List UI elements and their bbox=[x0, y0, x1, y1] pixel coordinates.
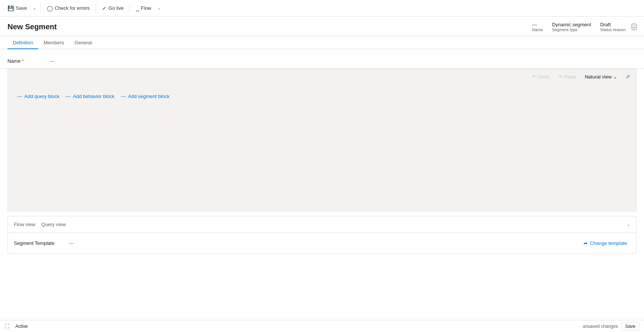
bottom-panel-header[interactable]: Flow view Query view ⌄ bbox=[8, 216, 636, 233]
go-live-label: Go live bbox=[109, 5, 124, 11]
unsaved-changes-text: unsaved changes bbox=[583, 324, 618, 329]
block-buttons: ⸻ Add query block ⸻ Add behavior block ⸻… bbox=[17, 92, 627, 101]
bottom-section: Flow view Query view ⌄ Segment Template … bbox=[8, 216, 636, 254]
flow-dropdown-button[interactable]: ⌄ bbox=[156, 4, 162, 12]
segment-template-label: Segment Template bbox=[14, 240, 63, 246]
flow-button[interactable]: ⎯ Flow bbox=[133, 3, 154, 14]
flow-icon: ⎯ bbox=[136, 5, 139, 11]
divider2 bbox=[96, 4, 96, 13]
save-button[interactable]: 💾 Save bbox=[5, 3, 30, 14]
status-text: Active bbox=[15, 324, 28, 329]
content-wrapper: Name * --- ↶ Undo ↷ Redo Natural view bbox=[0, 49, 644, 258]
tab-definition[interactable]: Definition bbox=[8, 36, 38, 49]
flow-view-tab[interactable]: Flow view bbox=[14, 221, 35, 228]
save-label: Save bbox=[16, 5, 27, 11]
status-reason-dropdown-button[interactable]: ⌄ bbox=[632, 24, 636, 30]
add-query-icon: ⸻ bbox=[17, 93, 22, 99]
redo-button[interactable]: ↷ Redo bbox=[556, 72, 578, 81]
tabs: Definition Members General bbox=[0, 36, 644, 49]
required-indicator: * bbox=[22, 59, 24, 64]
undo-button[interactable]: ↶ Undo bbox=[530, 72, 552, 81]
segment-template-value: --- bbox=[69, 240, 74, 246]
redo-label: Redo bbox=[564, 74, 576, 80]
tab-members[interactable]: Members bbox=[38, 36, 69, 49]
bottom-panel-chevron-icon: ⌄ bbox=[627, 222, 630, 227]
status-save-button[interactable]: Save bbox=[621, 322, 639, 330]
add-query-label: Add query block bbox=[24, 94, 59, 99]
meta-name-value: --- bbox=[532, 22, 537, 27]
divider3 bbox=[130, 4, 130, 13]
add-segment-label: Add segment block bbox=[128, 94, 170, 99]
add-behavior-icon: ⸻ bbox=[65, 93, 71, 99]
check-errors-label: Check for errors bbox=[55, 5, 90, 11]
status-bar: ⛶ Active unsaved changes Save bbox=[0, 320, 644, 332]
name-label-text: Name bbox=[8, 58, 21, 64]
expand-button[interactable]: ⇗ bbox=[624, 72, 632, 81]
toolbar: 💾 Save ⌄ ◯ Check for errors ✓ Go live ⎯ … bbox=[0, 0, 644, 17]
go-live-icon: ✓ bbox=[102, 5, 107, 11]
undo-icon: ↶ bbox=[532, 74, 536, 80]
segment-template-row: Segment Template --- bbox=[14, 240, 74, 246]
add-segment-icon: ⸻ bbox=[121, 93, 126, 99]
save-dropdown-button[interactable]: ⌄ bbox=[32, 4, 38, 12]
page-title: New Segment bbox=[8, 23, 57, 31]
designer-canvas-area: ↶ Undo ↷ Redo Natural view ⌄ ⇗ bbox=[8, 69, 636, 211]
form-section: Name * --- bbox=[0, 54, 644, 69]
go-live-button[interactable]: ✓ Go live bbox=[99, 3, 127, 14]
flow-label: Flow bbox=[141, 5, 151, 11]
status-bar-icon[interactable]: ⛶ bbox=[5, 323, 9, 329]
add-behavior-block-button[interactable]: ⸻ Add behavior block bbox=[65, 92, 115, 101]
status-bar-left: ⛶ Active bbox=[5, 323, 28, 329]
undo-label: Undo bbox=[538, 74, 549, 80]
add-behavior-label: Add behavior block bbox=[73, 94, 115, 99]
meta-segment-type-label: Segment type bbox=[552, 27, 578, 32]
name-value: --- bbox=[50, 58, 54, 64]
meta-status-reason-value: Draft bbox=[600, 22, 626, 27]
designer-canvas: ⸻ Add query block ⸻ Add behavior block ⸻… bbox=[8, 84, 636, 108]
view-selector-label: Natural view bbox=[585, 74, 612, 80]
meta-segment-type: Dynamic segment Segment type bbox=[552, 22, 591, 32]
name-form-row: Name * --- bbox=[8, 58, 636, 64]
view-selector-button[interactable]: Natural view ⌄ bbox=[582, 72, 620, 81]
bottom-header-tabs: Flow view Query view bbox=[14, 221, 66, 228]
name-label: Name * bbox=[8, 58, 45, 64]
main-content: New Segment --- Name Dynamic segment Seg… bbox=[0, 17, 644, 320]
check-errors-button[interactable]: ◯ Check for errors bbox=[44, 3, 93, 14]
redo-icon: ↷ bbox=[558, 74, 563, 80]
meta-status-reason: Draft Status reason ⌄ bbox=[600, 22, 636, 32]
page-meta: --- Name Dynamic segment Segment type Dr… bbox=[532, 22, 636, 32]
change-template-button[interactable]: ➦ Change template bbox=[581, 238, 630, 248]
change-template-icon: ➦ bbox=[584, 240, 588, 246]
add-segment-block-button[interactable]: ⸻ Add segment block bbox=[121, 92, 170, 101]
add-query-block-button[interactable]: ⸻ Add query block bbox=[17, 92, 59, 101]
query-view-tab[interactable]: Query view bbox=[41, 221, 66, 228]
change-template-label: Change template bbox=[590, 240, 627, 246]
view-selector-chevron-icon: ⌄ bbox=[613, 74, 617, 80]
bottom-panel-content: Segment Template --- ➦ Change template bbox=[8, 233, 636, 254]
meta-name: --- Name bbox=[532, 22, 543, 32]
expand-icon: ⇗ bbox=[626, 74, 630, 80]
meta-segment-type-value: Dynamic segment bbox=[552, 22, 591, 27]
status-bar-right: unsaved changes Save bbox=[583, 322, 639, 330]
meta-name-label: Name bbox=[532, 27, 543, 32]
page-header: New Segment --- Name Dynamic segment Seg… bbox=[0, 17, 644, 36]
save-icon: 💾 bbox=[8, 5, 14, 11]
tab-general[interactable]: General bbox=[69, 36, 97, 49]
check-errors-icon: ◯ bbox=[47, 5, 53, 11]
divider bbox=[41, 4, 41, 13]
designer-toolbar: ↶ Undo ↷ Redo Natural view ⌄ ⇗ bbox=[8, 69, 636, 84]
meta-status-reason-label: Status reason bbox=[600, 27, 626, 32]
